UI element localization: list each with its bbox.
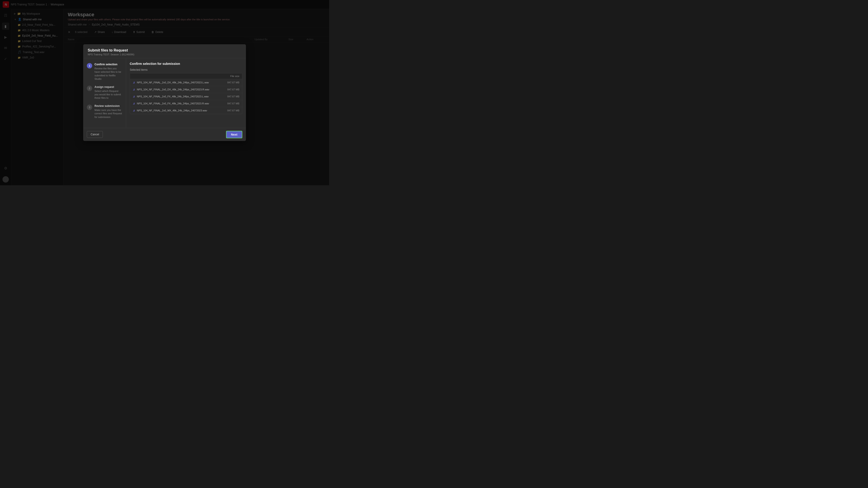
file-name-3: NPS_104_NF_FINAL_2x0_FX_48k_24b_24fps_24… bbox=[137, 102, 222, 105]
content-title: Confirm selection for submission bbox=[130, 62, 242, 66]
file-size-3: 847.67 MB bbox=[223, 102, 239, 105]
modal-file-row: ♬ NPS_104_NF_FINAL_2x0_DX_48k_24b_24fps_… bbox=[130, 86, 242, 93]
file-size-4: 847.67 MB bbox=[223, 109, 239, 112]
file-size-header: File size bbox=[230, 75, 239, 77]
modal-subtitle: NPS Training TEST: Season 1 (81248096) bbox=[88, 53, 241, 56]
file-size-1: 847.67 MB bbox=[223, 88, 239, 91]
selected-items-label: Selected items bbox=[130, 68, 242, 71]
step-2-desc: Select which Request you would like to s… bbox=[94, 90, 122, 100]
file-size-0: 847.67 MB bbox=[223, 81, 239, 84]
modal-header: Submit files to Request NPS Training TES… bbox=[83, 44, 246, 58]
content-panel: Confirm selection for submission Selecte… bbox=[126, 58, 246, 128]
file-name-0: NPS_104_NF_FINAL_2x0_DX_48k_24b_24fps_24… bbox=[137, 81, 222, 84]
next-button[interactable]: Next bbox=[226, 131, 242, 138]
step-2-number: 2 bbox=[87, 86, 92, 91]
modal-footer: Cancel Next bbox=[83, 128, 246, 141]
step-2-content: Assign request Select which Request you … bbox=[94, 86, 122, 100]
audio-file-icon: ♬ bbox=[133, 95, 135, 98]
file-name-2: NPS_104_NF_FINAL_2x0_FX_48k_24b_24fps_24… bbox=[137, 95, 222, 98]
modal-file-row: ♬ NPS_104_NF_FINAL_2x0_MX_48k_24b_24fps_… bbox=[130, 107, 242, 114]
modal-file-row: ♬ NPS_104_NF_FINAL_2x0_FX_48k_24b_24fps_… bbox=[130, 100, 242, 107]
submit-modal: Submit files to Request NPS Training TES… bbox=[83, 44, 246, 141]
step-3-number: 3 bbox=[87, 105, 92, 110]
step-3-content: Review submission Make sure you have the… bbox=[94, 104, 122, 119]
step-3-title: Review submission bbox=[94, 104, 122, 107]
step-3-desc: Make sure you have the correct files and… bbox=[94, 108, 122, 119]
modal-file-list: File size ♬ NPS_104_NF_FINAL_2x0_DX_48k_… bbox=[130, 73, 242, 114]
step-3: 3 Review submission Make sure you have t… bbox=[87, 104, 122, 119]
modal-overlay: Submit files to Request NPS Training TES… bbox=[0, 0, 329, 185]
modal-title: Submit files to Request bbox=[88, 48, 241, 53]
modal-file-rows: ♬ NPS_104_NF_FINAL_2x0_DX_48k_24b_24fps_… bbox=[130, 79, 242, 114]
audio-file-icon: ♬ bbox=[133, 88, 135, 91]
file-name-1: NPS_104_NF_FINAL_2x0_DX_48k_24b_24fps_24… bbox=[137, 88, 222, 91]
step-1-content: Confirm selection Review the files you h… bbox=[94, 63, 122, 81]
audio-file-icon: ♬ bbox=[133, 109, 135, 112]
modal-file-list-header: File size bbox=[130, 73, 242, 79]
audio-file-icon: ♬ bbox=[133, 80, 135, 84]
step-1-title: Confirm selection bbox=[94, 63, 122, 66]
file-name-4: NPS_104_NF_FINAL_2x0_MX_48k_24b_24fps_24… bbox=[137, 109, 222, 112]
step-1-number: 1 bbox=[87, 63, 92, 68]
step-1-desc: Review the files you have selected files… bbox=[94, 67, 122, 81]
step-1: 1 Confirm selection Review the files you… bbox=[87, 63, 122, 81]
modal-file-row: ♬ NPS_104_NF_FINAL_2x0_DX_48k_24b_24fps_… bbox=[130, 79, 242, 86]
modal-file-row: ♬ NPS_104_NF_FINAL_2x0_FX_48k_24b_24fps_… bbox=[130, 93, 242, 100]
cancel-button[interactable]: Cancel bbox=[87, 131, 103, 138]
steps-panel: 1 Confirm selection Review the files you… bbox=[83, 58, 126, 128]
step-2-title: Assign request bbox=[94, 86, 122, 89]
modal-body: 1 Confirm selection Review the files you… bbox=[83, 58, 246, 128]
audio-file-icon: ♬ bbox=[133, 102, 135, 105]
step-2: 2 Assign request Select which Request yo… bbox=[87, 86, 122, 100]
file-size-2: 847.67 MB bbox=[223, 95, 239, 98]
